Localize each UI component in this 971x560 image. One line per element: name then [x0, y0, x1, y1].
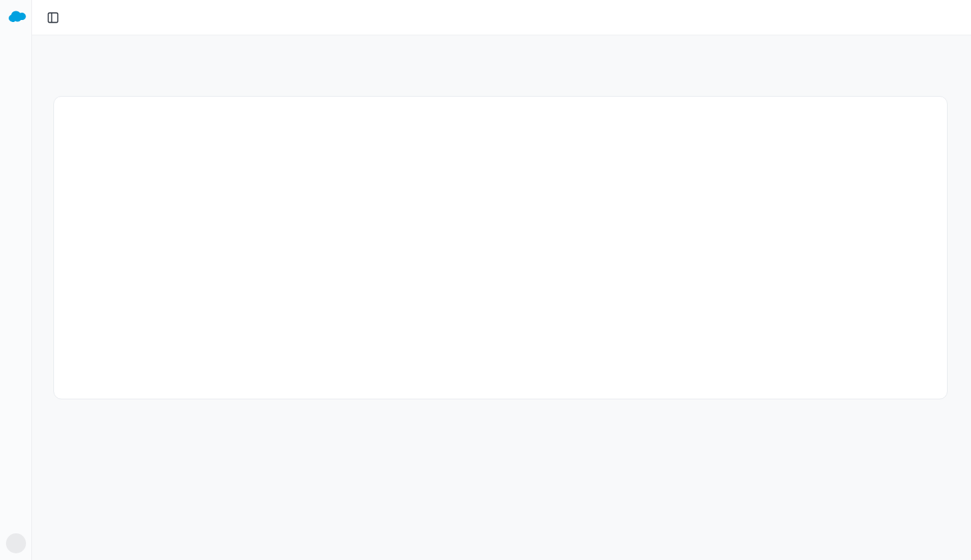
chart-card [53, 96, 948, 399]
cloud-logo-icon[interactable] [4, 5, 28, 27]
sidebar-bottom [6, 533, 26, 553]
traffic-chart[interactable] [55, 107, 946, 396]
avatar[interactable] [6, 533, 26, 553]
main-content [32, 0, 971, 560]
panel-left-icon [47, 11, 59, 24]
sidebar [0, 0, 32, 560]
topbar [32, 0, 971, 35]
sidebar-toggle-button[interactable] [43, 8, 62, 27]
